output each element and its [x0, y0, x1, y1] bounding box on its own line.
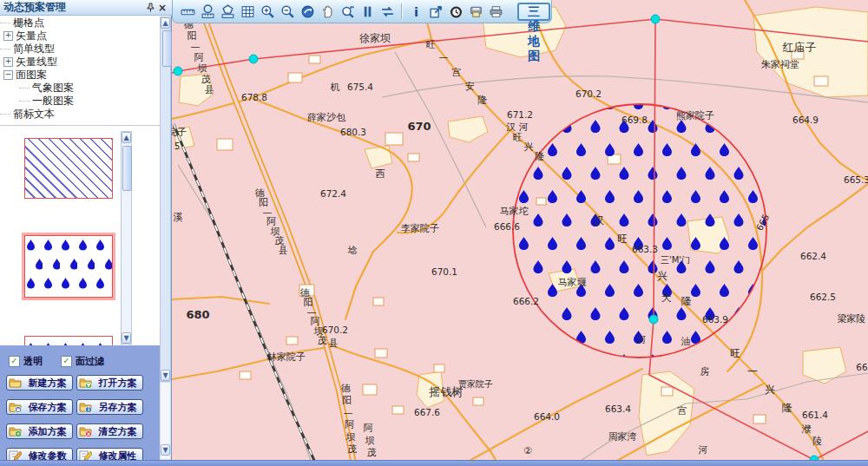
zoom-out-icon: [280, 4, 295, 19]
tree-item-1[interactable]: +矢量点: [0, 30, 160, 43]
map-label: 一: [439, 53, 449, 64]
close-icon[interactable]: ×: [156, 2, 168, 14]
plan-controls-panel: ✓透明✓面过滤新建方案▼打开方案▪保存方案i另存方案+添加方案x清空方案修改参数…: [0, 345, 160, 460]
svg-text:▪: ▪: [16, 406, 20, 413]
tree-item-4[interactable]: −面图案: [0, 69, 160, 82]
plan-area-circle[interactable]: [513, 104, 766, 358]
plan-button-folder-clear[interactable]: x清空方案: [76, 423, 143, 439]
tree-item-6[interactable]: 一般图案: [0, 95, 160, 108]
plan-vertex-handle[interactable]: [249, 55, 258, 63]
full-extent-button[interactable]: [298, 2, 317, 21]
map-label: 663.3: [632, 244, 658, 254]
map-label: 667.6: [414, 407, 440, 417]
map-svg[interactable]: 徐家坝红庙子朱家祠堂678.8机675.4薛家沙包680.3670671.2汉 …: [172, 0, 868, 466]
plan-button-folder-new[interactable]: 新建方案: [6, 375, 73, 391]
map-label: 661.4: [802, 410, 828, 420]
scroll-down-button[interactable]: ▼: [161, 370, 170, 381]
export-button[interactable]: [426, 2, 445, 21]
plan-button-folder-saveas[interactable]: i另存方案: [76, 399, 143, 415]
map-canvas[interactable]: 徐家坝红庙子朱家祠堂678.8机675.4薛家沙包680.3670671.2汉 …: [172, 0, 868, 466]
map-label: 669.8: [621, 115, 648, 125]
tree-item-label: 箭标文本: [13, 107, 55, 121]
pattern-list-scrollbar[interactable]: ▲ ▼: [121, 131, 132, 345]
grid-button[interactable]: [238, 2, 257, 21]
folder-add-icon: +: [9, 425, 22, 437]
pattern-swatch-raindrop[interactable]: [24, 235, 113, 298]
plan-vertex-handle[interactable]: [651, 15, 660, 23]
checkbox-transparent[interactable]: ✓透明: [9, 355, 43, 368]
pattern-list: ▲ ▼: [0, 125, 160, 346]
tree-item-7[interactable]: 箭标文本: [0, 108, 160, 121]
folder-saveas-icon: i: [79, 401, 92, 413]
pattern-type-tree: 栅格点+矢量点简单线型+矢量线型−面图案气象图案一般图案箭标文本: [0, 16, 160, 124]
tree-item-2[interactable]: 简单线型: [0, 43, 160, 56]
map-label: 油: [681, 336, 691, 347]
map-label: 旺: [426, 39, 436, 50]
pin-icon[interactable]: [144, 2, 156, 14]
refresh-button[interactable]: [378, 2, 397, 21]
checkbox-icon[interactable]: ✓: [9, 356, 20, 367]
map-label: 陵: [813, 436, 823, 447]
map-label: ②: [523, 445, 532, 456]
plan-button-folder-save[interactable]: ▪保存方案: [6, 399, 73, 415]
collapse-icon[interactable]: −: [3, 70, 13, 80]
checkbox-icon[interactable]: ✓: [61, 356, 72, 367]
map-label: 阿: [194, 52, 204, 63]
plan-button-folder-open[interactable]: ▼打开方案: [76, 375, 143, 391]
application-window: 徐家坝红庙子朱家祠堂678.8机675.4薛家沙包680.3670671.2汉 …: [0, 0, 868, 466]
scroll-down-button[interactable]: ▼: [161, 444, 170, 456]
map-label: 薛家沙包: [307, 112, 346, 123]
measure-area-button[interactable]: [218, 2, 237, 21]
measure-distance-button[interactable]: [178, 2, 197, 21]
map-label: 三'M'门: [661, 255, 690, 265]
map-label: 隆: [782, 402, 792, 414]
zoom-in-button[interactable]: [258, 2, 277, 21]
map-label: 坝: [198, 62, 207, 74]
plan-button-folder-add[interactable]: +添加方案: [6, 423, 73, 439]
expand-icon[interactable]: +: [3, 57, 13, 67]
plan-manager-panel: 动态预案管理 × 栅格点+矢量点简单线型+矢量线型−面图案气象图案一般图案箭标文…: [0, 0, 172, 466]
map-label: 阳: [187, 30, 197, 42]
checkbox-face-filter[interactable]: ✓面过滤: [61, 355, 104, 368]
export-icon: [429, 4, 444, 19]
history-button[interactable]: [446, 2, 465, 21]
map-label: 林家院子: [266, 351, 306, 363]
info-button[interactable]: i: [406, 2, 425, 21]
pattern-swatch-diagonal-hatch[interactable]: [24, 138, 113, 199]
map-label: 坝: [346, 431, 356, 443]
zoom-previous-button[interactable]: [338, 2, 357, 21]
measure-circle-button[interactable]: [198, 2, 217, 21]
pan-icon: [320, 4, 335, 19]
map-label: 阳: [342, 395, 352, 406]
folder-open-icon: ▼: [79, 377, 92, 389]
tree-item-3[interactable]: +矢量线型: [0, 56, 160, 69]
map-label: 宫: [678, 405, 687, 417]
zoom-out-button[interactable]: [278, 2, 297, 21]
scroll-up-button[interactable]: ▲: [161, 17, 170, 29]
save-button[interactable]: [466, 2, 485, 21]
panel-scrollbar[interactable]: ▲ ▼ ▼: [160, 16, 172, 460]
scroll-thumb[interactable]: [122, 146, 132, 191]
map-label: 马家堰: [558, 277, 587, 288]
pause-button[interactable]: [358, 2, 377, 21]
tree-item-5[interactable]: 气象图案: [0, 82, 160, 95]
pan-button[interactable]: [318, 2, 337, 21]
measure-area-icon: [220, 4, 235, 19]
plan-vertex-handle[interactable]: [174, 67, 182, 75]
plan-vertex-handle[interactable]: [649, 315, 658, 324]
scroll-up-button[interactable]: ▲: [122, 132, 131, 143]
map-label: 县: [329, 338, 339, 349]
expand-icon[interactable]: +: [3, 31, 13, 41]
tree-branch-line: [0, 114, 10, 115]
tree-item-0[interactable]: 栅格点: [0, 16, 160, 30]
print-button[interactable]: [486, 2, 505, 21]
map-label: 河: [637, 334, 647, 345]
map-label: 670: [407, 120, 431, 133]
scroll-thumb[interactable]: [162, 30, 172, 67]
plan-button-label: 另存方案: [95, 401, 141, 414]
map-3d-button[interactable]: 三维地图: [517, 3, 550, 21]
scroll-down-button[interactable]: ▼: [122, 332, 131, 344]
map-label: 县: [279, 245, 288, 256]
print-icon: [489, 4, 503, 19]
map-label: 濮: [802, 423, 812, 435]
